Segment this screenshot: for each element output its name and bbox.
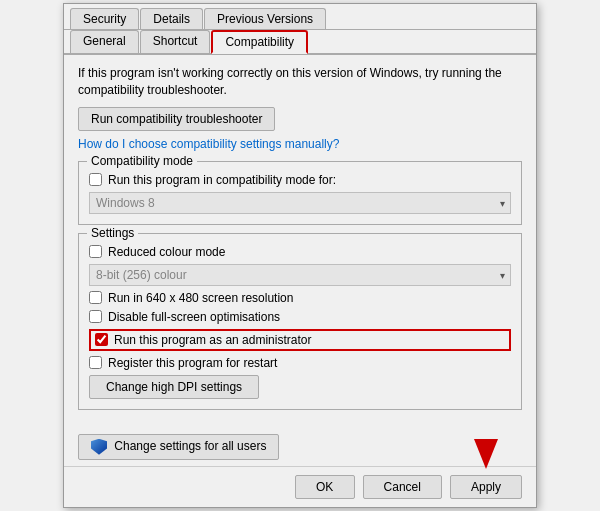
tab-row-bottom: General Shortcut Compatibility bbox=[64, 30, 536, 55]
compatibility-mode-group: Compatibility mode Run this program in c… bbox=[78, 161, 522, 225]
tab-general[interactable]: General bbox=[70, 30, 139, 53]
change-settings-label: Change settings for all users bbox=[114, 439, 266, 453]
reduced-colour-checkbox[interactable] bbox=[89, 245, 102, 258]
compat-mode-select-wrapper: Windows 8 Windows 7 Windows Vista Window… bbox=[89, 192, 511, 214]
dpi-btn-row: Change high DPI settings bbox=[89, 375, 511, 399]
compat-mode-checkbox[interactable] bbox=[89, 173, 102, 186]
restart-row: Register this program for restart bbox=[89, 356, 511, 370]
compat-mode-label: Compatibility mode bbox=[87, 154, 197, 168]
cancel-button[interactable]: Cancel bbox=[363, 475, 442, 499]
settings-label: Settings bbox=[87, 226, 138, 240]
fullscreen-row: Disable full-screen optimisations bbox=[89, 310, 511, 324]
admin-label: Run this program as an administrator bbox=[114, 333, 311, 347]
content-area: If this program isn't working correctly … bbox=[64, 55, 536, 426]
tab-security[interactable]: Security bbox=[70, 8, 139, 29]
colour-select-wrapper: 8-bit (256) colour bbox=[89, 264, 511, 286]
fullscreen-checkbox[interactable] bbox=[89, 310, 102, 323]
tab-previous-versions[interactable]: Previous Versions bbox=[204, 8, 326, 29]
apply-button[interactable]: Apply bbox=[450, 475, 522, 499]
tab-row-top: Security Details Previous Versions bbox=[64, 4, 536, 30]
colour-select[interactable]: 8-bit (256) colour bbox=[89, 264, 511, 286]
settings-group: Settings Reduced colour mode 8-bit (256)… bbox=[78, 233, 522, 410]
run-troubleshooter-button[interactable]: Run compatibility troubleshooter bbox=[78, 107, 275, 131]
tab-details[interactable]: Details bbox=[140, 8, 203, 29]
change-dpi-button[interactable]: Change high DPI settings bbox=[89, 375, 259, 399]
ok-button[interactable]: OK bbox=[295, 475, 355, 499]
admin-row: Run this program as an administrator bbox=[89, 329, 511, 351]
admin-checkbox[interactable] bbox=[95, 333, 108, 346]
dialog-window: Security Details Previous Versions Gener… bbox=[63, 3, 537, 508]
manual-settings-link[interactable]: How do I choose compatibility settings m… bbox=[78, 137, 522, 151]
compat-mode-checkbox-label: Run this program in compatibility mode f… bbox=[108, 173, 336, 187]
fullscreen-label: Disable full-screen optimisations bbox=[108, 310, 280, 324]
reduced-colour-label: Reduced colour mode bbox=[108, 245, 225, 259]
bottom-buttons-row: OK Cancel Apply bbox=[64, 466, 536, 507]
resolution-row: Run in 640 x 480 screen resolution bbox=[89, 291, 511, 305]
resolution-label: Run in 640 x 480 screen resolution bbox=[108, 291, 293, 305]
tab-compatibility[interactable]: Compatibility bbox=[211, 30, 308, 54]
change-settings-button[interactable]: Change settings for all users bbox=[78, 434, 279, 460]
tab-shortcut[interactable]: Shortcut bbox=[140, 30, 211, 53]
resolution-checkbox[interactable] bbox=[89, 291, 102, 304]
restart-label: Register this program for restart bbox=[108, 356, 277, 370]
reduced-colour-row: Reduced colour mode bbox=[89, 245, 511, 259]
info-text: If this program isn't working correctly … bbox=[78, 65, 522, 99]
apply-arrow bbox=[474, 439, 498, 469]
compat-mode-checkbox-row: Run this program in compatibility mode f… bbox=[89, 173, 511, 187]
change-settings-row: Change settings for all users bbox=[64, 426, 536, 466]
shield-icon bbox=[91, 439, 107, 455]
restart-checkbox[interactable] bbox=[89, 356, 102, 369]
compat-mode-select[interactable]: Windows 8 Windows 7 Windows Vista Window… bbox=[89, 192, 511, 214]
